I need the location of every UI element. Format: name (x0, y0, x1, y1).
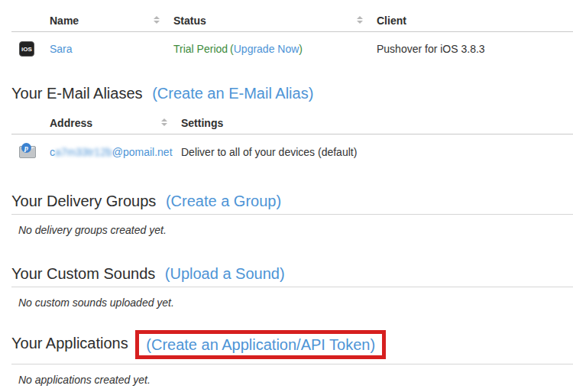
column-header-client-label: Client (377, 15, 406, 27)
column-header-settings-label: Settings (181, 117, 223, 129)
paren-close: ) (299, 43, 303, 55)
column-header-status[interactable]: Status (173, 11, 377, 32)
email-prefix: c (50, 146, 55, 158)
devices-table: Name Status Client iOS Sara (11, 11, 573, 67)
devices-table-header-row: Name Status Client (11, 11, 573, 32)
column-header-name[interactable]: Name (50, 11, 173, 32)
email-domain: @pomail.net (112, 146, 173, 158)
device-platform-cell: iOS (11, 32, 50, 68)
pushover-dashboard-page: Name Status Client iOS Sara (0, 0, 573, 386)
applications-empty-text: No applications created yet. (18, 374, 573, 386)
section-divider (11, 287, 573, 287)
email-aliases-heading: Your E-Mail Aliases (Create an E-Mail Al… (11, 85, 573, 102)
email-alias-link[interactable]: ca7m33tr12b@pomail.net (50, 146, 173, 158)
device-name-cell: Sara (50, 32, 173, 68)
column-header-client[interactable]: Client (377, 11, 573, 32)
delivery-groups-heading: Your Delivery Groups (Create a Group) (11, 193, 573, 209)
email-redacted-part: a7m33tr12b (55, 146, 112, 158)
section-divider (11, 214, 573, 215)
device-row: iOS Sara Trial Period(Upgrade Now) Pusho… (11, 32, 573, 68)
sort-icon[interactable] (357, 16, 363, 24)
custom-sounds-empty-text: No custom sounds uploaded yet. (18, 296, 573, 309)
custom-sounds-heading-label: Your Custom Sounds (11, 265, 155, 282)
alias-address-cell: ca7m33tr12b@pomail.net (50, 134, 181, 172)
column-header-address-label: Address (50, 117, 92, 129)
create-application-api-token-link[interactable]: (Create an Application/API Token) (146, 336, 375, 353)
alias-icon-cell: p (11, 134, 50, 172)
column-header-status-label: Status (173, 15, 206, 27)
device-client-cell: Pushover for iOS 3.8.3 (377, 32, 573, 68)
email-alias-row: p ca7m33tr12b@pomail.net Deliver to all … (11, 134, 573, 172)
applications-heading: Your Applications (Create an Application… (11, 330, 573, 359)
annotation-red-box: (Create an Application/API Token) (135, 330, 386, 359)
column-header-address[interactable]: Address (50, 114, 181, 134)
delivery-groups-heading-label: Your Delivery Groups (11, 193, 156, 209)
column-header-name-label: Name (50, 15, 79, 27)
envelope-icon: p (19, 145, 36, 158)
upgrade-now-link[interactable]: Upgrade Now (234, 43, 299, 55)
devices-icon-column-header (11, 11, 50, 32)
delivery-groups-empty-text: No delivery groups created yet. (18, 224, 573, 236)
pushover-logo-icon: p (21, 143, 31, 153)
create-email-alias-link[interactable]: (Create an E-Mail Alias) (152, 85, 313, 102)
device-status-cell: Trial Period(Upgrade Now) (173, 32, 377, 68)
alias-settings-cell: Deliver to all of your devices (default) (181, 134, 573, 172)
aliases-icon-column-header (11, 114, 50, 134)
sort-icon[interactable] (154, 16, 160, 24)
aliases-table-header-row: Address Settings (11, 114, 573, 134)
device-name-link[interactable]: Sara (50, 43, 73, 55)
sort-icon[interactable] (161, 118, 167, 126)
section-divider (11, 364, 573, 364)
email-aliases-heading-label: Your E-Mail Aliases (11, 85, 143, 102)
status-text: Trial Period (173, 43, 228, 55)
email-aliases-table: Address Settings p ca7m33tr12b@pomail.ne… (11, 114, 573, 171)
upload-sound-link[interactable]: (Upload a Sound) (165, 265, 285, 282)
custom-sounds-heading: Your Custom Sounds (Upload a Sound) (11, 265, 573, 282)
applications-heading-label: Your Applications (11, 335, 128, 352)
column-header-settings: Settings (181, 114, 573, 134)
ios-platform-icon: iOS (19, 41, 34, 57)
create-group-link[interactable]: (Create a Group) (166, 193, 281, 209)
